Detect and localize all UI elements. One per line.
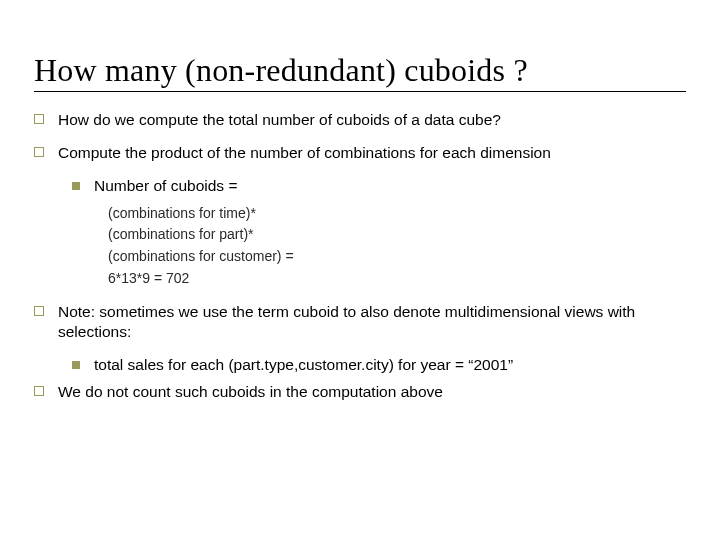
bullet-text: Note: sometimes we use the term cuboid t… <box>58 302 686 344</box>
bullet-level3: 6*13*9 = 702 <box>108 268 686 290</box>
bullet-level3: (combinations for customer) = <box>108 246 686 268</box>
bullet-text: How do we compute the total number of cu… <box>58 110 686 131</box>
square-outline-icon <box>34 147 44 157</box>
bullet-level1: Compute the product of the number of com… <box>34 143 686 164</box>
square-outline-icon <box>34 306 44 316</box>
slide: How many (non-redundant) cuboids ? How d… <box>0 0 720 435</box>
bullet-level1: We do not count such cuboids in the comp… <box>34 382 686 403</box>
bullet-text: We do not count such cuboids in the comp… <box>58 382 686 403</box>
bullet-level3: (combinations for time)* <box>108 203 686 225</box>
bullet-level1: Note: sometimes we use the term cuboid t… <box>34 302 686 344</box>
bullet-text: total sales for each (part.type,customer… <box>94 355 686 376</box>
bullet-level2: total sales for each (part.type,customer… <box>72 355 686 376</box>
square-fill-icon <box>72 361 80 369</box>
bullet-text: Compute the product of the number of com… <box>58 143 686 164</box>
bullet-level3: (combinations for part)* <box>108 224 686 246</box>
bullet-level1: How do we compute the total number of cu… <box>34 110 686 131</box>
square-fill-icon <box>72 182 80 190</box>
square-outline-icon <box>34 386 44 396</box>
bullet-text: Number of cuboids = <box>94 176 686 197</box>
bullet-level2: Number of cuboids = <box>72 176 686 197</box>
square-outline-icon <box>34 114 44 124</box>
slide-title: How many (non-redundant) cuboids ? <box>34 52 686 92</box>
